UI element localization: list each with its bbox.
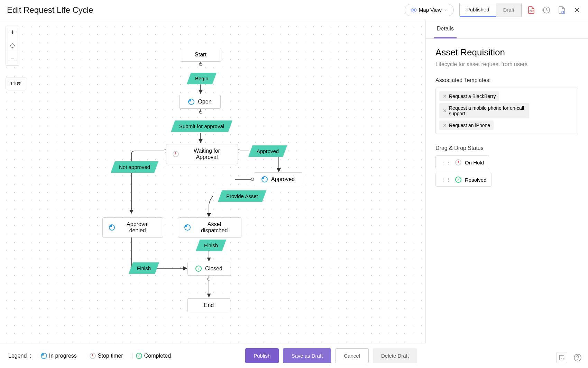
header-controls: Map View Published Draft PDF bbox=[405, 3, 581, 17]
map-view-label: Map View bbox=[419, 7, 442, 13]
node-denied[interactable]: Approval denied bbox=[102, 217, 163, 237]
drag-handle-icon: ⋮⋮ bbox=[441, 177, 452, 182]
svg-point-23 bbox=[574, 354, 581, 361]
tab-details[interactable]: Details bbox=[434, 20, 457, 38]
progress-icon bbox=[184, 224, 191, 231]
node-closed[interactable]: Closed bbox=[187, 262, 230, 276]
published-tab[interactable]: Published bbox=[460, 3, 496, 17]
close-icon[interactable] bbox=[573, 6, 581, 14]
done-icon bbox=[136, 353, 142, 359]
main: + − 110% bbox=[0, 20, 588, 343]
templates-box[interactable]: ✕Request a BlackBerry ✕Request a mobile … bbox=[435, 88, 578, 134]
templates-label: Associated Templates: bbox=[435, 77, 578, 83]
progress-icon bbox=[261, 176, 268, 182]
legend-label: Legend : bbox=[8, 353, 31, 359]
draft-tab[interactable]: Draft bbox=[496, 3, 521, 17]
pdf-icon[interactable]: PDF bbox=[527, 6, 535, 14]
notes-icon[interactable] bbox=[556, 352, 567, 363]
page-search-icon[interactable] bbox=[558, 6, 566, 14]
timer-icon bbox=[90, 353, 96, 359]
node-end[interactable]: End bbox=[187, 298, 230, 312]
svg-point-0 bbox=[413, 9, 415, 11]
svg-text:PDF: PDF bbox=[530, 10, 534, 12]
transition-begin[interactable]: Begin bbox=[187, 73, 217, 84]
done-icon bbox=[455, 177, 461, 183]
cancel-button[interactable]: Cancel bbox=[335, 348, 369, 363]
legend-progress: In progress bbox=[37, 353, 80, 359]
template-chip[interactable]: ✕Request an iPhone bbox=[439, 120, 494, 130]
publish-toggle: Published Draft bbox=[459, 3, 522, 17]
lifecycle-title: Asset Requisition bbox=[435, 47, 578, 58]
transition-finish2[interactable]: Finish bbox=[129, 262, 159, 274]
flow-connectors bbox=[0, 20, 425, 343]
lifecycle-desc: Lifecycle for asset request from users bbox=[435, 61, 578, 68]
help-icon[interactable] bbox=[572, 352, 583, 363]
header: Edit Request Life Cycle Map View Publish… bbox=[0, 0, 588, 20]
legend-timer: Stop timer bbox=[86, 353, 127, 359]
done-icon bbox=[195, 266, 202, 272]
header-icons: PDF bbox=[527, 6, 581, 14]
node-start[interactable]: Start bbox=[180, 48, 221, 62]
svg-point-16 bbox=[251, 178, 254, 181]
legend-completed: Completed bbox=[132, 353, 174, 359]
transition-approved[interactable]: Approved bbox=[248, 145, 287, 157]
template-chip[interactable]: ✕Request a BlackBerry bbox=[439, 91, 499, 101]
node-open[interactable]: Open bbox=[179, 95, 221, 109]
svg-rect-20 bbox=[559, 355, 564, 360]
legend: Legend : In progress Stop timer Complete… bbox=[8, 353, 174, 359]
svg-point-3 bbox=[562, 11, 564, 13]
progress-icon bbox=[41, 353, 47, 359]
footer: Legend : In progress Stop timer Complete… bbox=[0, 343, 425, 368]
drag-status-list: ⋮⋮On Hold ⋮⋮Resolved bbox=[435, 155, 578, 187]
timer-icon bbox=[455, 159, 461, 165]
page-title: Edit Request Life Cycle bbox=[7, 5, 93, 15]
transition-finish1[interactable]: Finish bbox=[196, 240, 226, 251]
chip-close-icon[interactable]: ✕ bbox=[443, 123, 447, 128]
node-dispatched[interactable]: Asset dispatched bbox=[178, 217, 241, 237]
transition-submit[interactable]: Submit for approval bbox=[171, 120, 232, 132]
progress-icon bbox=[188, 99, 194, 105]
save-draft-button[interactable]: Save as Draft bbox=[283, 348, 331, 363]
timer-icon bbox=[173, 151, 179, 157]
chip-close-icon[interactable]: ✕ bbox=[443, 108, 447, 114]
footer-actions: Publish Save as Draft Cancel Delete Draf… bbox=[245, 348, 417, 363]
transition-not-approved[interactable]: Not approved bbox=[111, 161, 158, 173]
drag-item-resolved[interactable]: ⋮⋮Resolved bbox=[435, 173, 492, 187]
chevron-down-icon bbox=[444, 8, 448, 12]
node-approved[interactable]: Approved bbox=[254, 172, 302, 186]
history-icon[interactable] bbox=[542, 6, 551, 14]
canvas[interactable]: + − 110% bbox=[0, 20, 425, 343]
svg-point-24 bbox=[577, 359, 578, 360]
sidebar: Details Asset Requisition Lifecycle for … bbox=[425, 20, 588, 343]
sidebar-content: Asset Requisition Lifecycle for asset re… bbox=[426, 39, 588, 195]
eye-icon bbox=[411, 7, 417, 13]
node-waiting[interactable]: Waiting for Approval bbox=[166, 144, 238, 164]
delete-draft-button[interactable]: Delete Draft bbox=[373, 348, 417, 363]
drag-label: Drag & Drop Status bbox=[435, 145, 578, 151]
template-chip[interactable]: ✕Request a mobile phone for on-call supp… bbox=[439, 103, 529, 118]
drag-item-onhold[interactable]: ⋮⋮On Hold bbox=[435, 155, 489, 169]
progress-icon bbox=[109, 224, 115, 231]
sidebar-tabs: Details bbox=[426, 20, 588, 39]
map-view-button[interactable]: Map View bbox=[405, 4, 454, 16]
corner-icons bbox=[556, 352, 583, 363]
publish-button[interactable]: Publish bbox=[245, 348, 279, 363]
transition-provide[interactable]: Provide Asset bbox=[218, 190, 266, 202]
chip-close-icon[interactable]: ✕ bbox=[443, 93, 447, 99]
drag-handle-icon: ⋮⋮ bbox=[441, 160, 452, 165]
